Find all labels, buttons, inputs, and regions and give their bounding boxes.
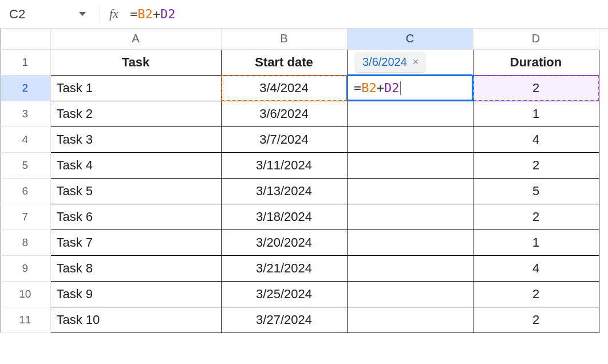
row-1: 1 Task Start date Duration bbox=[0, 49, 599, 75]
row-7: 7 Task 6 3/18/2024 2 bbox=[0, 204, 599, 230]
cell-A10[interactable]: Task 9 bbox=[50, 281, 221, 307]
cell-A7[interactable]: Task 6 bbox=[50, 204, 221, 230]
cell-B9[interactable]: 3/21/2024 bbox=[221, 255, 347, 281]
cell-D7[interactable]: 2 bbox=[473, 204, 599, 230]
col-header-B[interactable]: B bbox=[221, 29, 347, 49]
formula-token-eq: = bbox=[130, 7, 137, 21]
row-4: 4 Task 3 3/7/2024 4 bbox=[0, 126, 599, 152]
close-icon[interactable]: × bbox=[413, 56, 419, 68]
fx-icon[interactable]: fx bbox=[109, 6, 119, 21]
cell-A8[interactable]: Task 7 bbox=[50, 230, 221, 255]
cell-D4[interactable]: 4 bbox=[473, 126, 599, 152]
row-header-8[interactable]: 8 bbox=[0, 230, 50, 255]
editor-token-eq: = bbox=[354, 81, 361, 95]
editor-token-ref2: D2 bbox=[384, 81, 400, 95]
cell-B1[interactable]: Start date bbox=[221, 49, 347, 75]
cell-C7[interactable] bbox=[347, 204, 473, 230]
select-all-corner[interactable] bbox=[0, 29, 50, 49]
cell-B6[interactable]: 3/13/2024 bbox=[221, 178, 347, 204]
name-box-value: C2 bbox=[9, 7, 25, 22]
formula-input[interactable]: =B2+D2 bbox=[130, 7, 176, 21]
formula-token-ref1: B2 bbox=[137, 7, 153, 21]
row-header-9[interactable]: 9 bbox=[0, 255, 50, 281]
cell-C5[interactable] bbox=[347, 152, 473, 178]
cell-B11[interactable]: 3/27/2024 bbox=[221, 307, 347, 333]
row-header-4[interactable]: 4 bbox=[0, 126, 50, 152]
row-header-11[interactable]: 11 bbox=[0, 307, 50, 333]
row-header-5[interactable]: 5 bbox=[0, 152, 50, 178]
cell-C6[interactable] bbox=[347, 178, 473, 204]
row-5: 5 Task 4 3/11/2024 2 bbox=[0, 152, 599, 178]
row-8: 8 Task 7 3/20/2024 1 bbox=[0, 230, 599, 255]
chevron-down-icon[interactable] bbox=[79, 12, 86, 16]
formula-bar: C2 fx =B2+D2 bbox=[0, 0, 608, 29]
cell-D8[interactable]: 1 bbox=[473, 230, 599, 255]
row-11: 11 Task 10 3/27/2024 2 bbox=[0, 307, 599, 333]
editor-token-ref1: B2 bbox=[361, 81, 377, 95]
cell-B4[interactable]: 3/7/2024 bbox=[221, 126, 347, 152]
name-box[interactable]: C2 bbox=[5, 5, 90, 24]
cell-B10[interactable]: 3/25/2024 bbox=[221, 281, 347, 307]
row-header-7[interactable]: 7 bbox=[0, 204, 50, 230]
cell-D5[interactable]: 2 bbox=[473, 152, 599, 178]
cell-D2[interactable]: 2 bbox=[473, 75, 599, 101]
text-cursor bbox=[400, 81, 401, 95]
cell-B7[interactable]: 3/18/2024 bbox=[221, 204, 347, 230]
spreadsheet-grid[interactable]: A B C D 1 Task Start date Duration 2 Tas… bbox=[0, 29, 608, 333]
cell-A9[interactable]: Task 8 bbox=[50, 255, 221, 281]
cell-C3[interactable] bbox=[347, 101, 473, 126]
cell-C11[interactable] bbox=[347, 307, 473, 333]
formula-token-ref2: D2 bbox=[160, 7, 176, 21]
cell-A4[interactable]: Task 3 bbox=[50, 126, 221, 152]
cell-D11[interactable]: 2 bbox=[473, 307, 599, 333]
row-header-6[interactable]: 6 bbox=[0, 178, 50, 204]
cell-A5[interactable]: Task 4 bbox=[50, 152, 221, 178]
cell-editor[interactable]: =B2+D2 bbox=[346, 74, 473, 101]
separator bbox=[100, 6, 100, 23]
row-2: 2 Task 1 3/4/2024 2 bbox=[0, 75, 599, 101]
cell-D10[interactable]: 2 bbox=[473, 281, 599, 307]
cell-B2[interactable]: 3/4/2024 bbox=[221, 75, 347, 101]
cell-D6[interactable]: 5 bbox=[473, 178, 599, 204]
cell-A1[interactable]: Task bbox=[50, 49, 221, 75]
cell-A2[interactable]: Task 1 bbox=[50, 75, 221, 101]
cell-C9[interactable] bbox=[347, 255, 473, 281]
row-10: 10 Task 9 3/25/2024 2 bbox=[0, 281, 599, 307]
row-header-10[interactable]: 10 bbox=[0, 281, 50, 307]
cell-B5[interactable]: 3/11/2024 bbox=[221, 152, 347, 178]
cell-B8[interactable]: 3/20/2024 bbox=[221, 230, 347, 255]
formula-token-plus: + bbox=[153, 7, 160, 21]
cell-D1[interactable]: Duration bbox=[473, 49, 599, 75]
cell-C4[interactable] bbox=[347, 126, 473, 152]
row-3: 3 Task 2 3/6/2024 1 bbox=[0, 101, 599, 126]
col-header-A[interactable]: A bbox=[50, 29, 221, 49]
col-header-C[interactable]: C bbox=[347, 29, 473, 49]
row-header-3[interactable]: 3 bbox=[0, 101, 50, 126]
row-header-1[interactable]: 1 bbox=[0, 49, 50, 75]
col-header-D[interactable]: D bbox=[473, 29, 599, 49]
cell-A3[interactable]: Task 2 bbox=[50, 101, 221, 126]
row-header-2[interactable]: 2 bbox=[0, 75, 50, 101]
row-9: 9 Task 8 3/21/2024 4 bbox=[0, 255, 599, 281]
formula-result-preview: 3/6/2024 × bbox=[356, 52, 425, 72]
cell-D3[interactable]: 1 bbox=[473, 101, 599, 126]
cell-C8[interactable] bbox=[347, 230, 473, 255]
column-header-row: A B C D bbox=[0, 29, 599, 49]
preview-value: 3/6/2024 bbox=[362, 56, 407, 69]
row-6: 6 Task 5 3/13/2024 5 bbox=[0, 178, 599, 204]
editor-token-plus: + bbox=[377, 81, 384, 95]
cell-D9[interactable]: 4 bbox=[473, 255, 599, 281]
cell-A11[interactable]: Task 10 bbox=[50, 307, 221, 333]
cell-C10[interactable] bbox=[347, 281, 473, 307]
cell-B3[interactable]: 3/6/2024 bbox=[221, 101, 347, 126]
cell-A6[interactable]: Task 5 bbox=[50, 178, 221, 204]
